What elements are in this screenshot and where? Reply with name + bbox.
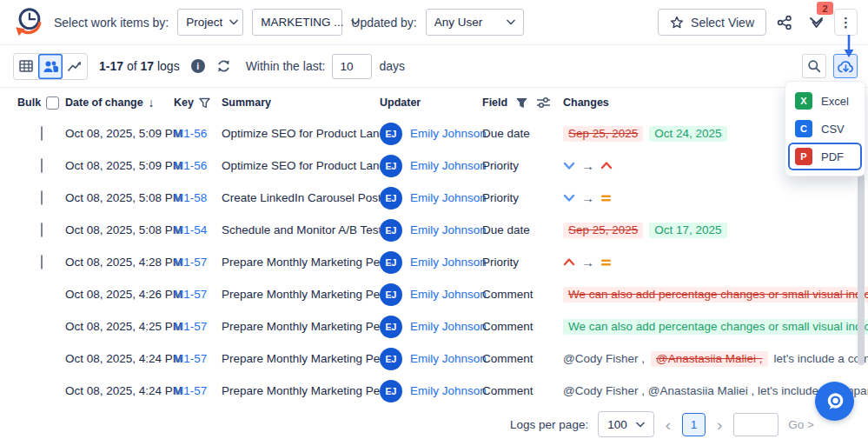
people-view-button[interactable]	[38, 54, 63, 79]
added-value: Oct 17, 2025	[649, 223, 726, 238]
updater-cell: EJEmily Johnson	[380, 380, 482, 402]
bulk-cell	[17, 223, 65, 236]
go-button[interactable]: Go >	[788, 418, 814, 431]
key-link[interactable]: M1-57	[174, 352, 222, 365]
table-row: Oct 08, 2025, 4:24 PMM1-57Prepare Monthl…	[0, 343, 868, 375]
updater-name-link[interactable]: Emily Johnson	[410, 127, 487, 140]
row-checkbox[interactable]	[41, 126, 43, 141]
row-checkbox[interactable]	[41, 158, 43, 173]
changes-cell: Sep 25, 2025Oct 17, 2025	[563, 223, 868, 238]
key-link[interactable]: M1-57	[174, 320, 222, 333]
export-option-csv[interactable]: CCSV	[785, 115, 865, 143]
column-settings-sliders-icon[interactable]	[536, 96, 551, 109]
header-bulk: Bulk	[17, 96, 65, 110]
field-cell: Comment	[482, 384, 563, 397]
export-option-pdf[interactable]: PPDF	[788, 143, 862, 170]
people-icon	[43, 60, 58, 73]
field-cell: Priority	[482, 159, 563, 172]
prev-page-icon[interactable]: ‹	[664, 416, 673, 433]
field-cell: Due date	[482, 127, 563, 140]
select-all-checkbox[interactable]	[46, 96, 59, 110]
avatar: EJ	[380, 155, 402, 177]
table-view-button[interactable]	[14, 54, 38, 79]
kebab-dots-icon: ⋮	[839, 16, 852, 29]
within-days-input[interactable]	[332, 54, 372, 79]
key-link[interactable]: M1-54	[174, 223, 222, 236]
updated-by-value: Any User	[434, 16, 483, 29]
summary-cell: Prepare Monthly Marketing Perf...	[222, 256, 380, 269]
key-link[interactable]: M1-57	[174, 384, 222, 397]
cloud-download-icon	[838, 60, 854, 73]
validation-button[interactable]: 2	[803, 9, 829, 36]
project-dropdown[interactable]: MARKETING ...	[252, 9, 342, 36]
summary-cell: Optimize SEO for Product Landi...	[222, 159, 380, 172]
key-link[interactable]: M1-57	[174, 256, 222, 269]
date-cell: Oct 08, 2025, 4:26 PM	[65, 288, 174, 301]
table-row: Oct 08, 2025, 5:09 PMM1-56Optimize SEO f…	[0, 150, 868, 182]
updater-cell: EJEmily Johnson	[380, 187, 482, 210]
info-icon[interactable]: i	[191, 59, 205, 73]
updated-by-dropdown[interactable]: Any User	[426, 9, 524, 36]
date-cell: Oct 08, 2025, 4:24 PM	[65, 352, 174, 365]
updater-name-link[interactable]: Emily Johnson	[410, 256, 487, 269]
table-row: Oct 08, 2025, 4:24 PMM1-57Prepare Monthl…	[0, 375, 868, 407]
select-view-label: Select View	[691, 16, 754, 30]
guide-arrow-down-icon	[842, 35, 856, 58]
changes-cell: →	[563, 191, 868, 204]
row-checkbox[interactable]	[41, 223, 43, 237]
page-size-dropdown[interactable]: 100	[598, 411, 654, 437]
summary-cell: Prepare Monthly Marketing Perf...	[222, 352, 380, 365]
changes-cell: We can also add percentage changes or sm…	[563, 319, 868, 335]
updater-name-link[interactable]: Emily Johnson	[410, 384, 487, 397]
key-link[interactable]: M1-56	[174, 127, 222, 140]
updater-name-link[interactable]: Emily Johnson	[410, 223, 487, 236]
summary-cell: Prepare Monthly Marketing Perf...	[222, 384, 380, 397]
refresh-button[interactable]	[216, 59, 231, 73]
goto-page-input[interactable]	[733, 413, 779, 436]
summary-cell: Create LinkedIn Carousel Post	[222, 191, 380, 204]
bulk-cell	[17, 256, 65, 269]
date-cell: Oct 08, 2025, 5:08 PM	[65, 223, 174, 236]
help-widget-button[interactable]	[815, 382, 854, 421]
csv-file-icon: C	[795, 120, 812, 137]
search-button[interactable]	[802, 54, 826, 78]
removed-value: We can also add percentage changes or sm…	[563, 287, 868, 303]
updater-name-link[interactable]: Emily Johnson	[410, 288, 487, 301]
updater-name-link[interactable]: Emily Johnson	[410, 352, 487, 365]
vertical-scrollbar-thumb[interactable]	[858, 174, 865, 365]
field-cell: Priority	[482, 191, 563, 204]
top-bar: Select work items by: Project MARKETING …	[0, 0, 868, 45]
updater-name-link[interactable]: Emily Johnson	[410, 320, 487, 333]
key-link[interactable]: M1-56	[174, 159, 222, 172]
header-date-of-change[interactable]: Date of change ↓	[65, 96, 174, 110]
kebab-menu-button[interactable]: ⋮	[834, 9, 858, 36]
pdf-file-icon: P	[795, 148, 812, 165]
row-checkbox[interactable]	[41, 190, 43, 205]
field-cell: Due date	[482, 223, 563, 236]
filter-funnel-outline-icon[interactable]	[199, 97, 210, 109]
sort-desc-icon[interactable]: ↓	[149, 96, 155, 110]
key-link[interactable]: M1-57	[174, 288, 222, 301]
chart-view-button[interactable]	[63, 54, 87, 79]
updater-name-link[interactable]: Emily Johnson	[410, 191, 487, 204]
header-key: Key	[174, 96, 222, 109]
date-cell: Oct 08, 2025, 5:09 PM	[65, 127, 174, 140]
select-view-button[interactable]: Select View	[658, 9, 766, 36]
share-button[interactable]	[772, 9, 798, 36]
header-summary: Summary	[222, 96, 380, 109]
key-link[interactable]: M1-58	[174, 191, 222, 204]
date-cell: Oct 08, 2025, 4:24 PM	[65, 384, 174, 397]
row-checkbox[interactable]	[41, 255, 43, 269]
changes-cell: @Cody Fisher ,@Anastasiia Maliei ,let's …	[563, 351, 868, 367]
log-toolbar: 1-17 of 17 logs i Within the last: days	[0, 45, 868, 88]
filter-funnel-filled-icon[interactable]	[516, 97, 527, 109]
notification-badge: 2	[817, 2, 833, 15]
next-page-icon[interactable]: ›	[715, 416, 724, 433]
header-field: Field	[482, 96, 563, 109]
count-total: 17	[141, 59, 155, 73]
updater-cell: EJEmily Johnson	[380, 348, 482, 370]
export-option-excel[interactable]: XExcel	[785, 87, 865, 115]
updater-name-link[interactable]: Emily Johnson	[410, 159, 487, 172]
mode-dropdown[interactable]: Project	[177, 9, 243, 36]
current-page-button[interactable]: 1	[682, 413, 706, 436]
